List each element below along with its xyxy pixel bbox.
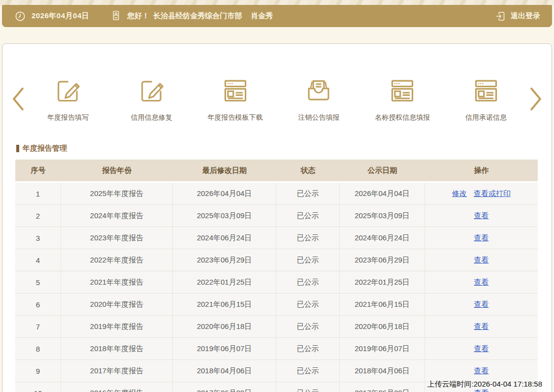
carousel-item-label: 注销公告填报 <box>298 113 339 122</box>
carousel-item-6[interactable]: 信用承诺信息 <box>444 75 528 122</box>
table-row: 62020年年度报告2021年06月15日已公示2021年06月15日查看 <box>15 294 538 316</box>
action-link[interactable]: 修改 <box>452 189 467 197</box>
cell-actions: 查看 <box>425 338 538 360</box>
cell-status: 已公示 <box>276 227 340 249</box>
cell-year: 2020年年度报告 <box>61 294 173 316</box>
column-header-2: 报告年份 <box>61 160 173 183</box>
cell-modified: 2025年03月09日 <box>173 205 276 227</box>
carousel-item-2[interactable]: 信用信息修复 <box>110 75 194 122</box>
cell-seq: 7 <box>15 316 61 338</box>
cell-modified: 2023年06月29日 <box>173 249 276 271</box>
carousel-prev-button[interactable] <box>10 85 26 113</box>
logout-label: 退出登录 <box>511 11 540 21</box>
section-title-text: 年度报告管理 <box>23 144 67 153</box>
cell-year: 2025年年度报告 <box>61 183 173 205</box>
table-row: 32023年年度报告2024年06月24日已公示2024年06月24日查看 <box>15 227 538 249</box>
carousel-item-1[interactable]: 年度报告填写 <box>26 75 110 122</box>
cell-actions: 查看 <box>425 316 538 338</box>
cell-status: 已公示 <box>276 271 340 294</box>
cell-year: 2021年年度报告 <box>61 271 173 294</box>
cell-seq: 1 <box>15 183 61 205</box>
cell-seq: 3 <box>15 227 61 249</box>
carousel-item-5[interactable]: 名称授权信息填报 <box>360 75 444 122</box>
cell-seq: 8 <box>15 338 61 360</box>
cell-modified: 2021年06月15日 <box>173 294 276 316</box>
cell-actions: 查看 <box>425 205 538 227</box>
user-name: 肖金秀 <box>251 11 273 21</box>
edit-credit-icon <box>136 75 167 106</box>
cell-modified: 2020年06月18日 <box>173 316 276 338</box>
cell-seq: 2 <box>15 205 61 227</box>
cell-year: 2019年年度报告 <box>61 316 173 338</box>
cell-published: 2026年04月04日 <box>340 183 425 205</box>
column-header-3: 最后修改日期 <box>173 160 276 183</box>
cell-published: 2017年06月09日 <box>340 382 425 392</box>
action-link[interactable]: 查看 <box>474 256 489 264</box>
webpage-authorization-icon <box>387 75 418 106</box>
cell-published: 2022年01月25日 <box>340 271 425 294</box>
cell-modified: 2026年04月04日 <box>173 183 276 205</box>
cell-status: 已公示 <box>276 382 340 392</box>
column-header-5: 公示日期 <box>340 160 425 183</box>
table-row: 42022年年度报告2023年06月29日已公示2023年06月29日查看 <box>15 249 538 271</box>
carousel-item-label: 信用信息修复 <box>131 113 172 122</box>
carousel-item-3[interactable]: 年度报告模板下载 <box>194 75 277 122</box>
action-link[interactable]: 查看 <box>474 322 489 330</box>
cell-status: 已公示 <box>276 294 340 316</box>
action-link[interactable]: 查看 <box>474 211 489 220</box>
action-link[interactable]: 查看或打印 <box>474 189 511 197</box>
cell-actions: 查看 <box>425 271 538 294</box>
topbar-date: 2026年04月04日 <box>32 11 89 21</box>
cell-year: 2022年年度报告 <box>61 249 173 271</box>
column-header-6: 操作 <box>425 160 538 183</box>
carousel-item-4[interactable]: 注销公告填报 <box>277 75 360 122</box>
logout-button[interactable]: 退出登录 <box>494 10 540 22</box>
cell-modified: 2022年01月25日 <box>173 271 276 294</box>
table-row: 12025年年度报告2026年04月04日已公示2026年04月04日修改查看或… <box>15 183 538 205</box>
logout-icon <box>494 10 506 22</box>
cell-modified: 2024年06月24日 <box>173 227 276 249</box>
action-link[interactable]: 查看 <box>474 300 489 308</box>
cell-status: 已公示 <box>276 316 340 338</box>
webpage-commitment-icon <box>471 75 501 106</box>
action-link[interactable]: 查看 <box>474 233 489 242</box>
clock-icon <box>14 10 27 23</box>
cell-status: 已公示 <box>276 249 340 271</box>
cell-status: 已公示 <box>276 205 340 227</box>
cell-seq: 4 <box>15 249 61 271</box>
edit-report-icon <box>53 75 83 106</box>
cell-actions: 查看 <box>425 294 538 316</box>
function-carousel: 年度报告填写信用信息修复年度报告模板下载注销公告填报名称授权信息填报信用承诺信息 <box>2 75 552 122</box>
inbox-announcement-icon <box>303 75 334 106</box>
action-link[interactable]: 查看 <box>474 278 489 286</box>
greeting: 您好！ 长治县经纺金秀综合门市部 肖金秀 <box>127 11 273 21</box>
carousel-item-label: 信用承诺信息 <box>465 113 507 122</box>
cell-seq: 10 <box>15 382 61 392</box>
cell-published: 2024年06月24日 <box>340 227 425 249</box>
cell-published: 2025年03月09日 <box>340 205 425 227</box>
carousel-item-label: 年度报告填写 <box>47 113 89 122</box>
cell-published: 2023年06月29日 <box>340 249 425 271</box>
cell-status: 已公示 <box>276 338 340 360</box>
chevron-right-icon <box>528 85 543 113</box>
cell-actions: 查看 <box>425 227 538 249</box>
cell-actions: 修改查看或打印 <box>425 183 538 205</box>
cell-seq: 5 <box>15 271 61 294</box>
carousel-next-button[interactable] <box>528 85 544 113</box>
cell-actions: 查看 <box>425 360 538 382</box>
section-title: 年度报告管理 <box>16 144 552 153</box>
cell-seq: 6 <box>15 294 61 316</box>
greeting-prefix: 您好！ <box>127 11 149 21</box>
cell-actions: 查看 <box>425 249 538 271</box>
action-link[interactable]: 查看 <box>474 344 489 353</box>
title-bullet-icon <box>16 145 19 152</box>
table-row: 52021年年度报告2022年01月25日已公示2022年01月25日查看 <box>15 271 538 294</box>
cell-year: 2018年年度报告 <box>61 338 173 360</box>
cell-modified: 2017年06月09日 <box>173 382 276 392</box>
action-link[interactable]: 查看 <box>474 366 489 375</box>
cell-seq: 9 <box>15 360 61 382</box>
table-row: 82018年年度报告2019年06月07日已公示2019年06月07日查看 <box>15 338 538 360</box>
annual-report-table: 序号报告年份最后修改日期状态公示日期操作 12025年年度报告2026年04月0… <box>15 160 538 392</box>
carousel-item-label: 年度报告模板下载 <box>208 113 263 122</box>
table-row: 92017年年度报告2018年04月06日已公示2018年04月06日查看 <box>15 360 538 382</box>
